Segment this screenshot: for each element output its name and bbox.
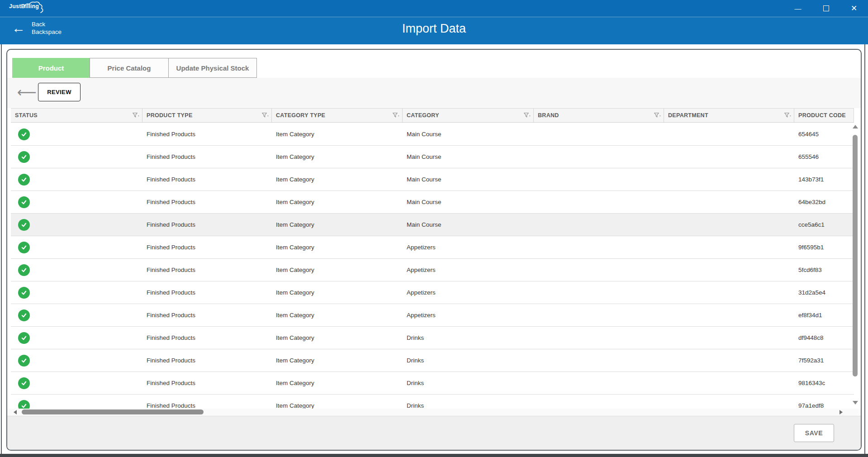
product-type-cell: Finished Products [142,214,272,236]
horizontal-scrollbar[interactable] [7,409,861,416]
product-code-cell: df9448c8 [794,327,854,349]
product-code-cell: 64be32bd [794,191,854,213]
product-type-cell: Finished Products [142,304,272,326]
filter-icon[interactable]: . [133,113,139,118]
column-header-product-type: PRODUCT TYPE. [142,109,272,122]
column-header-status: STATUS. [11,109,142,122]
category-cell: Main Course [403,168,534,190]
scroll-up-icon[interactable] [853,125,858,129]
product-code-cell: 7f592a31 [794,349,854,371]
status-success-icon [18,196,30,208]
category-type-cell: Item Category [272,327,403,349]
table-row[interactable]: Finished ProductsItem CategoryDrinks9816… [11,372,854,395]
tab-update-physical-stock[interactable]: Update Physical Stock [168,58,257,78]
table-row[interactable]: Finished ProductsItem CategoryDrinks97a1… [11,395,854,409]
category-type-cell: Item Category [272,146,403,168]
filter-funnel-icon [262,113,267,118]
save-button[interactable]: SAVE [794,424,834,442]
brand-cell [534,395,664,409]
product-type-cell: Finished Products [142,146,272,168]
filter-dot: . [398,113,399,116]
department-cell [664,349,794,371]
maximize-box [823,5,829,11]
table-row[interactable]: Finished ProductsItem CategoryDrinks7f59… [11,349,854,372]
table-row[interactable]: Finished ProductsItem CategoryMain Cours… [11,214,854,236]
filter-funnel-icon [784,113,789,118]
check-icon [21,176,27,183]
department-cell [664,146,794,168]
column-header-category-type: CATEGORY TYPE. [272,109,403,122]
table-row[interactable]: Finished ProductsItem CategoryMain Cours… [11,168,854,191]
table-row[interactable]: Finished ProductsItem CategoryAppetizers… [11,304,854,327]
close-icon[interactable]: ✕ [840,0,868,17]
product-type-cell: Finished Products [142,123,272,145]
table-body: Finished ProductsItem CategoryMain Cours… [11,123,854,409]
brand-cell [534,327,664,349]
category-cell: Main Course [403,123,534,145]
table-row[interactable]: Finished ProductsItem CategoryMain Cours… [11,123,854,146]
product-code-cell: cce5a6c1 [794,214,854,236]
minimize-icon[interactable]: — [784,0,812,17]
brand-cell [534,281,664,304]
table-row[interactable]: Finished ProductsItem CategoryMain Cours… [11,191,854,214]
tab-price-catalog[interactable]: Price Catalog [90,58,169,78]
vertical-scrollbar[interactable] [852,125,858,412]
brand-cell [534,236,664,258]
scroll-down-icon[interactable] [853,401,858,405]
product-type-cell: Finished Products [142,349,272,371]
category-type-cell: Item Category [272,236,403,258]
check-icon [21,244,27,251]
filter-icon[interactable]: . [524,113,531,118]
horizontal-scrollbar-thumb[interactable] [22,409,204,414]
status-success-icon [18,400,30,409]
import-data-card: ProductPrice CatalogUpdate Physical Stoc… [6,49,862,451]
scroll-right-icon[interactable] [840,410,843,414]
status-cell [11,191,142,213]
status-success-icon [18,151,30,163]
category-cell: Main Course [403,146,534,168]
product-type-cell: Finished Products [142,327,272,349]
department-cell [664,191,794,213]
table-row[interactable]: Finished ProductsItem CategoryDrinksdf94… [11,327,854,349]
status-success-icon [18,377,30,389]
category-type-cell: Item Category [272,395,403,409]
review-toolbar: ⟵ REVIEW [7,78,861,108]
status-success-icon [18,309,30,321]
category-cell: Drinks [403,395,534,409]
status-cell [11,146,142,168]
table-row[interactable]: Finished ProductsItem CategoryMain Cours… [11,146,854,168]
check-icon [21,199,27,205]
filter-icon[interactable]: . [654,113,661,118]
status-cell [11,395,142,409]
filter-dot: . [659,113,661,116]
table-row[interactable]: Finished ProductsItem CategoryAppetizers… [11,259,854,281]
filter-icon[interactable]: . [393,113,399,118]
filter-icon[interactable]: . [262,113,269,118]
product-code-cell: 9816343c [794,372,854,394]
justbilling-logo: JustBilling [9,3,39,10]
table-row[interactable]: Finished ProductsItem CategoryAppetizers… [11,236,854,259]
department-cell [664,304,794,326]
filter-icon[interactable]: . [784,113,791,118]
category-type-cell: Item Category [272,349,403,371]
vertical-scrollbar-thumb[interactable] [853,135,858,376]
category-cell: Appetizers [403,259,534,281]
column-header-department: DEPARTMENT. [664,109,794,122]
scroll-left-icon[interactable] [14,410,17,414]
category-cell: Appetizers [403,281,534,304]
review-button[interactable]: REVIEW [38,83,81,101]
product-code-cell: 31d2a5e4 [794,281,854,304]
category-type-cell: Item Category [272,123,403,145]
table-row[interactable]: Finished ProductsItem CategoryAppetizers… [11,281,854,304]
maximize-icon[interactable] [812,0,840,17]
toolbar-back-arrow-icon[interactable]: ⟵ [17,84,37,100]
product-code-cell: 655546 [794,146,854,168]
status-success-icon [18,174,30,186]
filter-funnel-icon [133,113,138,118]
category-type-cell: Item Category [272,304,403,326]
tab-product[interactable]: Product [12,58,90,78]
category-cell: Drinks [403,327,534,349]
check-icon [21,312,27,319]
window-bottom-border [0,454,868,457]
check-icon [21,403,27,409]
